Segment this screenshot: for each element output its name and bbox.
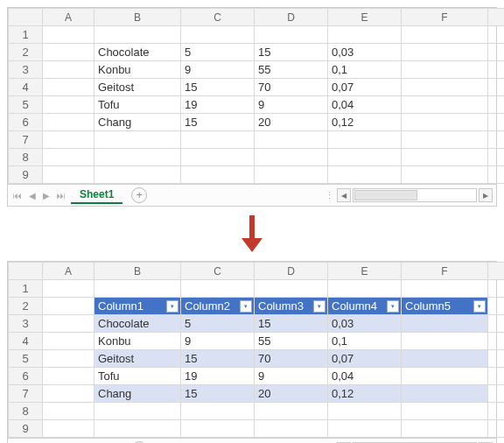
cell-A2[interactable] <box>43 298 94 315</box>
select-all-corner[interactable] <box>9 9 43 26</box>
cell-B6[interactable]: Chang <box>94 114 181 131</box>
cell-E3[interactable]: 0,03 <box>328 315 402 333</box>
col-header-F[interactable]: F <box>402 263 488 280</box>
row-header[interactable]: 6 <box>9 368 43 385</box>
cell-G1[interactable] <box>488 26 505 44</box>
cell-E3[interactable]: 0,1 <box>328 61 402 79</box>
col-header-B[interactable]: B <box>94 9 181 26</box>
cell-C4[interactable]: 9 <box>181 333 255 350</box>
row-header[interactable]: 6 <box>9 114 43 131</box>
cell-C2[interactable]: 5 <box>181 44 255 61</box>
cell-D9[interactable] <box>255 420 328 438</box>
col-header-A[interactable]: A <box>43 263 94 280</box>
cell-G4[interactable] <box>488 333 505 350</box>
cell-C1[interactable] <box>181 280 255 298</box>
cell-A7[interactable] <box>43 131 94 149</box>
cell-G5[interactable] <box>488 350 505 368</box>
cell-D5[interactable]: 70 <box>255 350 328 368</box>
cell-F7[interactable] <box>402 131 488 149</box>
worksheet-grid-after[interactable]: ABCDEFG12Column1▾Column2▾Column3▾Column4… <box>8 262 504 438</box>
filter-dropdown-icon[interactable]: ▾ <box>473 300 486 313</box>
cell-E8[interactable] <box>328 149 402 166</box>
col-header-D[interactable]: D <box>255 263 328 280</box>
hscroll-left-icon[interactable]: ◀ <box>337 188 351 202</box>
tab-nav-next-icon[interactable]: ▶ <box>41 191 52 200</box>
cell-B4[interactable]: Geitost <box>94 79 181 96</box>
row-header[interactable]: 5 <box>9 96 43 114</box>
cell-D2[interactable]: 15 <box>255 44 328 61</box>
row-header[interactable]: 2 <box>9 298 43 315</box>
cell-B3[interactable]: Konbu <box>94 61 181 79</box>
cell-D1[interactable] <box>255 280 328 298</box>
cell-E1[interactable] <box>328 280 402 298</box>
cell-C9[interactable] <box>181 166 255 184</box>
tab-splitter-icon[interactable]: ⋮ <box>325 190 335 201</box>
cell-G4[interactable] <box>488 79 505 96</box>
cell-B8[interactable] <box>94 403 181 420</box>
cell-C7[interactable]: 15 <box>181 385 255 403</box>
cell-F1[interactable] <box>402 280 488 298</box>
row-header[interactable]: 7 <box>9 385 43 403</box>
cell-A9[interactable] <box>43 166 94 184</box>
tab-nav-prev-icon[interactable]: ◀ <box>27 191 38 200</box>
cell-C8[interactable] <box>181 403 255 420</box>
cell-E5[interactable]: 0,04 <box>328 96 402 114</box>
cell-G5[interactable] <box>488 96 505 114</box>
filter-dropdown-icon[interactable]: ▾ <box>240 300 252 313</box>
cell-C1[interactable] <box>181 26 255 44</box>
cell-E9[interactable] <box>328 420 402 438</box>
cell-F2[interactable]: Column5▾ <box>402 298 488 315</box>
cell-B6[interactable]: Tofu <box>94 368 181 385</box>
cell-G9[interactable] <box>488 420 505 438</box>
cell-A3[interactable] <box>43 61 94 79</box>
cell-G9[interactable] <box>488 166 505 184</box>
row-header[interactable]: 1 <box>9 280 43 298</box>
cell-C5[interactable]: 19 <box>181 96 255 114</box>
cell-B9[interactable] <box>94 420 181 438</box>
row-header[interactable]: 5 <box>9 350 43 368</box>
cell-F2[interactable] <box>402 44 488 61</box>
cell-D6[interactable]: 20 <box>255 114 328 131</box>
cell-B7[interactable] <box>94 131 181 149</box>
cell-F3[interactable] <box>402 315 488 333</box>
col-header-E[interactable]: E <box>328 263 402 280</box>
cell-D1[interactable] <box>255 26 328 44</box>
filter-dropdown-icon[interactable]: ▾ <box>387 300 399 313</box>
cell-A1[interactable] <box>43 280 94 298</box>
row-header[interactable]: 3 <box>9 61 43 79</box>
row-header[interactable]: 2 <box>9 44 43 61</box>
cell-D3[interactable]: 15 <box>255 315 328 333</box>
cell-A4[interactable] <box>43 333 94 350</box>
cell-B1[interactable] <box>94 280 181 298</box>
cell-A2[interactable] <box>43 44 94 61</box>
cell-A6[interactable] <box>43 114 94 131</box>
cell-D3[interactable]: 55 <box>255 61 328 79</box>
cell-B2[interactable]: Chocolate <box>94 44 181 61</box>
cell-C3[interactable]: 5 <box>181 315 255 333</box>
cell-F8[interactable] <box>402 403 488 420</box>
tab-nav-first-icon[interactable]: ⏮ <box>11 191 24 200</box>
cell-G6[interactable] <box>488 114 505 131</box>
cell-G3[interactable] <box>488 61 505 79</box>
hscroll-thumb[interactable] <box>354 190 417 200</box>
cell-C3[interactable]: 9 <box>181 61 255 79</box>
cell-F4[interactable] <box>402 333 488 350</box>
cell-F1[interactable] <box>402 26 488 44</box>
hscroll-right-icon[interactable]: ▶ <box>479 188 493 202</box>
cell-C6[interactable]: 19 <box>181 368 255 385</box>
worksheet-grid-before[interactable]: ABCDEFG12Chocolate5150,033Konbu9550,14Ge… <box>8 8 504 184</box>
cell-E9[interactable] <box>328 166 402 184</box>
cell-E4[interactable]: 0,1 <box>328 333 402 350</box>
cell-B3[interactable]: Chocolate <box>94 315 181 333</box>
cell-F8[interactable] <box>402 149 488 166</box>
cell-B5[interactable]: Geitost <box>94 350 181 368</box>
cell-D4[interactable]: 55 <box>255 333 328 350</box>
col-header-B[interactable]: B <box>94 263 181 280</box>
add-sheet-button[interactable]: + <box>131 187 147 203</box>
cell-D7[interactable] <box>255 131 328 149</box>
row-header[interactable]: 1 <box>9 26 43 44</box>
cell-F9[interactable] <box>402 166 488 184</box>
cell-E2[interactable]: 0,03 <box>328 44 402 61</box>
cell-E4[interactable]: 0,07 <box>328 79 402 96</box>
cell-F6[interactable] <box>402 368 488 385</box>
